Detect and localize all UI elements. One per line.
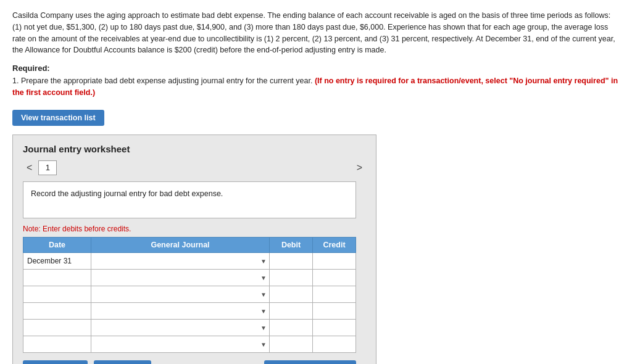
date-cell-3	[23, 286, 91, 302]
table-row: No journal entry required Bad Debt Expen…	[23, 336, 356, 352]
credit-cell-1[interactable]	[313, 252, 356, 269]
worksheet-title: Journal entry worksheet	[23, 144, 366, 154]
table-row: No journal entry required Bad Debt Expen…	[23, 319, 356, 336]
instruction-text: 1. Prepare the appropriate bad debt expe…	[12, 75, 620, 99]
table-row: No journal entry required Bad Debt Expen…	[23, 269, 356, 286]
debit-input-3[interactable]	[270, 286, 312, 302]
credit-cell-5[interactable]	[313, 319, 356, 336]
debit-input-2[interactable]	[270, 270, 312, 286]
date-cell-5	[23, 319, 91, 336]
bottom-buttons: Record entry Clear entry View general jo…	[23, 360, 356, 365]
general-journal-cell-2[interactable]: No journal entry required Bad Debt Expen…	[91, 269, 270, 286]
date-cell-6	[23, 336, 91, 352]
debit-input-1[interactable]	[270, 253, 312, 269]
date-cell-2	[23, 269, 91, 286]
credit-input-3[interactable]	[313, 286, 356, 302]
credit-cell-2[interactable]	[313, 269, 356, 286]
navigation-row: < 1 >	[23, 160, 366, 175]
journal-table: Date General Journal Debit Credit Decemb…	[23, 237, 356, 353]
header-credit: Credit	[313, 237, 356, 252]
prev-arrow[interactable]: <	[23, 162, 36, 173]
date-cell-4	[23, 302, 91, 319]
credit-input-5[interactable]	[313, 320, 356, 336]
table-row: No journal entry required Bad Debt Expen…	[23, 302, 356, 319]
view-transaction-button[interactable]: View transaction list	[12, 110, 104, 126]
credit-input-4[interactable]	[313, 303, 356, 319]
debit-input-6[interactable]	[270, 336, 312, 352]
debit-input-5[interactable]	[270, 320, 312, 336]
instruction-box: Record the adjusting journal entry for b…	[23, 181, 356, 218]
debit-input-4[interactable]	[270, 303, 312, 319]
general-journal-cell-6[interactable]: No journal entry required Bad Debt Expen…	[91, 336, 270, 352]
credit-input-2[interactable]	[313, 270, 356, 286]
debit-cell-4[interactable]	[270, 302, 313, 319]
credit-input-6[interactable]	[313, 336, 356, 352]
credit-cell-3[interactable]	[313, 286, 356, 302]
view-general-journal-button[interactable]: View general journal	[264, 360, 356, 365]
header-debit: Debit	[270, 237, 313, 252]
date-cell-1: December 31	[23, 252, 91, 269]
debit-cell-3[interactable]	[270, 286, 313, 302]
clear-entry-button[interactable]: Clear entry	[94, 360, 151, 365]
next-arrow[interactable]: >	[353, 162, 366, 173]
page-number-box: 1	[38, 160, 57, 175]
general-journal-cell-5[interactable]: No journal entry required Bad Debt Expen…	[91, 319, 270, 336]
general-journal-cell-4[interactable]: No journal entry required Bad Debt Expen…	[91, 302, 270, 319]
instruction-prefix: 1. Prepare the appropriate bad debt expe…	[12, 77, 312, 85]
general-journal-select-1[interactable]: No journal entry required Bad Debt Expen…	[91, 253, 269, 269]
worksheet-container: Journal entry worksheet < 1 > Record the…	[12, 134, 376, 365]
general-journal-select-3[interactable]: No journal entry required Bad Debt Expen…	[91, 286, 269, 302]
credit-cell-6[interactable]	[313, 336, 356, 352]
general-journal-select-6[interactable]: No journal entry required Bad Debt Expen…	[91, 336, 269, 352]
debit-cell-6[interactable]	[270, 336, 313, 352]
intro-paragraph: Casilda Company uses the aging approach …	[12, 10, 620, 56]
header-date: Date	[23, 237, 91, 252]
debit-cell-5[interactable]	[270, 319, 313, 336]
instruction-box-text: Record the adjusting journal entry for b…	[31, 189, 223, 198]
header-general-journal: General Journal	[91, 237, 270, 252]
note-text: Note: Enter debits before credits.	[23, 225, 366, 233]
page-number: 1	[46, 163, 50, 172]
general-journal-cell-1[interactable]: No journal entry required Bad Debt Expen…	[91, 252, 270, 269]
general-journal-select-4[interactable]: No journal entry required Bad Debt Expen…	[91, 303, 269, 319]
debit-cell-2[interactable]	[270, 269, 313, 286]
credit-input-1[interactable]	[313, 253, 356, 269]
table-row: December 31 No journal entry required Ba…	[23, 252, 356, 269]
table-row: No journal entry required Bad Debt Expen…	[23, 286, 356, 302]
record-entry-button[interactable]: Record entry	[23, 360, 88, 365]
required-section: Required: 1. Prepare the appropriate bad…	[12, 64, 620, 99]
general-journal-select-2[interactable]: No journal entry required Bad Debt Expen…	[91, 270, 269, 286]
required-label: Required:	[12, 64, 620, 73]
credit-cell-4[interactable]	[313, 302, 356, 319]
general-journal-select-5[interactable]: No journal entry required Bad Debt Expen…	[91, 320, 269, 336]
general-journal-cell-3[interactable]: No journal entry required Bad Debt Expen…	[91, 286, 270, 302]
debit-cell-1[interactable]	[270, 252, 313, 269]
